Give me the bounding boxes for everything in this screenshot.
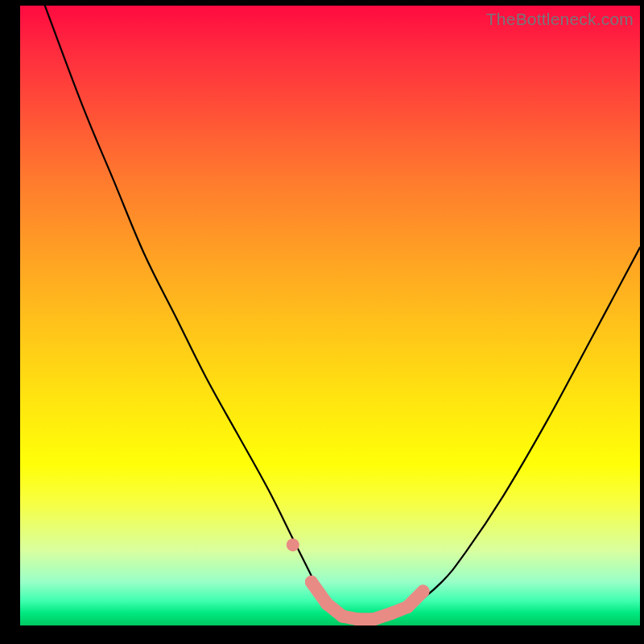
marker-dot — [352, 613, 365, 625]
chart-frame: TheBottleneck.com — [0, 0, 644, 644]
marker-dot — [417, 585, 430, 598]
marker-dot — [320, 597, 333, 610]
marker-dot — [386, 607, 398, 620]
bottleneck-curve-svg — [20, 6, 640, 625]
marker-dot — [287, 539, 299, 551]
marker-dot — [401, 601, 414, 613]
marker-dot — [336, 610, 349, 623]
highlight-markers — [287, 539, 430, 625]
marker-dot — [367, 613, 380, 625]
marker-dot — [305, 576, 318, 588]
plot-area: TheBottleneck.com — [20, 6, 640, 625]
bottleneck-curve — [45, 6, 640, 620]
